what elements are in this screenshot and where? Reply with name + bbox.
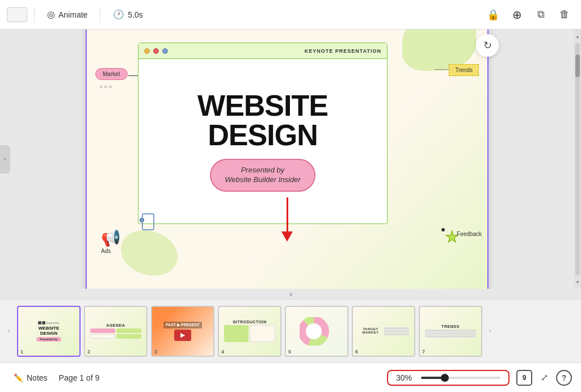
help-icon: ? <box>562 373 567 382</box>
thumb-3-num: 3 <box>154 349 157 355</box>
presented-by-line1: Presented by <box>225 166 300 175</box>
presented-by-label: Presented by Website Builder Insider <box>210 159 315 192</box>
browser-dot-blue <box>162 48 168 54</box>
lock-button[interactable]: 🔒 <box>483 5 503 24</box>
notes-icon: ✏️ <box>14 373 23 382</box>
zoom-value: 30% <box>396 373 416 382</box>
browser-frame: KEYNOTE PRESENTATION WEBSITE DESIGN Pres… <box>138 43 388 224</box>
thumb-6-num: 6 <box>355 349 358 355</box>
delete-button[interactable]: 🗑 <box>555 5 574 24</box>
thumb-7-num: 7 <box>422 349 425 355</box>
animate-label: Animate <box>58 10 87 19</box>
zoom-control[interactable]: 30% <box>387 370 510 386</box>
refresh-button[interactable]: ↻ <box>476 34 499 57</box>
thumb-4-num: 4 <box>221 349 224 355</box>
slide-thumb-7[interactable]: TRENDS 7 <box>419 306 482 357</box>
browser-titlebar: KEYNOTE PRESENTATION <box>138 43 387 59</box>
website-line2: DESIGN <box>197 120 328 150</box>
market-dots: ○○○ <box>99 83 113 90</box>
website-line1: WEBSITE <box>197 91 328 120</box>
page-indicator: Page 1 of 9 <box>59 373 100 382</box>
thumb-2-num: 2 <box>87 349 90 355</box>
slide-thumb-3[interactable]: PAST ▶ PRESENT ▶ 3 <box>151 306 214 357</box>
thumb-4-content: INTRODUCTION <box>219 307 280 356</box>
svg-point-2 <box>306 323 322 339</box>
thumb-5-num: 5 <box>288 349 291 355</box>
duplicate-button[interactable]: ⧉ <box>531 5 550 24</box>
market-label[interactable]: Market <box>95 68 128 80</box>
chevron-down-icon: ∨ <box>289 291 293 297</box>
zoom-slider-track[interactable] <box>421 377 500 379</box>
bottom-expand-arrow[interactable]: ∨ <box>0 289 581 299</box>
thumb-3-content: PAST ▶ PRESENT ▶ <box>152 307 213 356</box>
scroll-down-arrow[interactable]: ▼ <box>574 277 581 286</box>
thumb-6-content: TARGETMARKET <box>353 307 414 356</box>
fullscreen-icon: ⤢ <box>541 372 548 383</box>
browser-body: WEBSITE DESIGN Presented by Website Buil… <box>138 59 387 224</box>
main-canvas-area: ‹ Market ○○○ Trends <box>0 29 581 289</box>
thumb-2-content: AGENDA <box>85 307 146 356</box>
zoom-slider-thumb[interactable] <box>441 374 449 382</box>
slide-thumb-4[interactable]: INTRODUCTION 4 <box>218 306 281 357</box>
fullscreen-button[interactable]: ⤢ <box>534 368 554 387</box>
help-button[interactable]: ? <box>556 370 572 386</box>
thumb-4-label: INTRODUCTION <box>233 320 267 324</box>
slide-inner: Market ○○○ Trends KEYNOTE PRESENTATION <box>87 29 487 289</box>
bottom-bar: ✏️ Notes Page 1 of 9 30% 9 ⤢ ? <box>0 363 581 392</box>
browser-title: KEYNOTE PRESENTATION <box>305 48 381 54</box>
ads-connector-rect <box>142 213 154 230</box>
slide-canvas[interactable]: Market ○○○ Trends KEYNOTE PRESENTATION <box>86 29 489 289</box>
toolbar-right: 🔒 ⊕ ⧉ 🗑 <box>483 5 574 24</box>
divider-2 <box>100 7 100 23</box>
website-design-title: WEBSITE DESIGN <box>197 91 328 150</box>
duplicate-icon: ⧉ <box>537 9 545 20</box>
red-arrow-head <box>281 231 293 242</box>
trends-connector <box>435 69 449 70</box>
slide-thumb-2[interactable]: AGENDA 2 <box>84 306 148 357</box>
right-scrollbar: ▲ ▼ <box>574 29 581 289</box>
clock-icon: 🕐 <box>113 9 124 20</box>
pages-badge[interactable]: 9 <box>516 370 532 386</box>
add-button[interactable]: ⊕ <box>507 5 527 24</box>
strip-right-arrow[interactable]: › <box>486 309 495 354</box>
trends-label[interactable]: Trends <box>449 64 479 76</box>
thumb-6-label: TARGETMARKET <box>358 327 383 334</box>
ads-label: Ads <box>101 248 111 254</box>
thumb-2-label: AGENDA <box>106 323 125 327</box>
blob-decoration-bottom <box>121 230 178 276</box>
thumb-7-content: TRENDS <box>420 307 481 356</box>
animate-button[interactable]: ◎ Animate <box>41 6 93 23</box>
presented-by-line2: Website Builder Insider <box>225 175 300 185</box>
canvas-wrapper: Market ○○○ Trends KEYNOTE PRESENTATION <box>0 29 574 289</box>
thumb-7-label: TRENDS <box>441 324 460 328</box>
divider-1 <box>34 7 35 23</box>
scroll-track[interactable] <box>575 43 580 275</box>
slide-strip: ‹ ⬛⬛ keynote WEBSITEDESIGN Presented by … <box>0 299 581 363</box>
bottom-right-icons: 9 ⤢ ? <box>516 368 572 387</box>
strip-left-arrow[interactable]: ‹ <box>5 309 14 354</box>
slide-thumb-5[interactable]: 5 <box>285 306 348 357</box>
toolbar: ◎ Animate 🕐 5.0s 🔒 ⊕ ⧉ 🗑 <box>0 0 581 29</box>
slide-thumb-6[interactable]: TARGETMARKET 6 <box>352 306 415 357</box>
animate-icon: ◎ <box>47 9 55 20</box>
browser-dot-yellow <box>144 48 150 54</box>
feedback-label: Feedback <box>457 231 482 237</box>
delete-icon: 🗑 <box>559 9 570 20</box>
red-arrow-indicator <box>281 197 293 242</box>
notes-label: Notes <box>27 373 48 382</box>
thumb-1-content: ⬛⬛ keynote WEBSITEDESIGN Presented by <box>18 307 79 356</box>
notes-button[interactable]: ✏️ Notes <box>9 371 52 385</box>
left-collapse-arrow[interactable]: ‹ <box>0 145 10 174</box>
thumb-1-title: WEBSITEDESIGN <box>39 326 59 336</box>
refresh-icon: ↻ <box>483 39 492 52</box>
duration-button[interactable]: 🕐 5.0s <box>107 6 148 23</box>
scroll-up-arrow[interactable]: ▲ <box>574 32 581 41</box>
thumb-1-num: 1 <box>20 349 23 355</box>
slide-thumb-preview <box>7 7 27 22</box>
slide-thumb-1[interactable]: ⬛⬛ keynote WEBSITEDESIGN Presented by 1 <box>17 306 81 357</box>
megaphone-icon: 📢 <box>101 229 121 247</box>
feedback-dot <box>441 228 445 231</box>
red-arrow-line <box>287 197 288 231</box>
scroll-thumb <box>575 54 580 77</box>
browser-dot-red <box>153 48 159 54</box>
